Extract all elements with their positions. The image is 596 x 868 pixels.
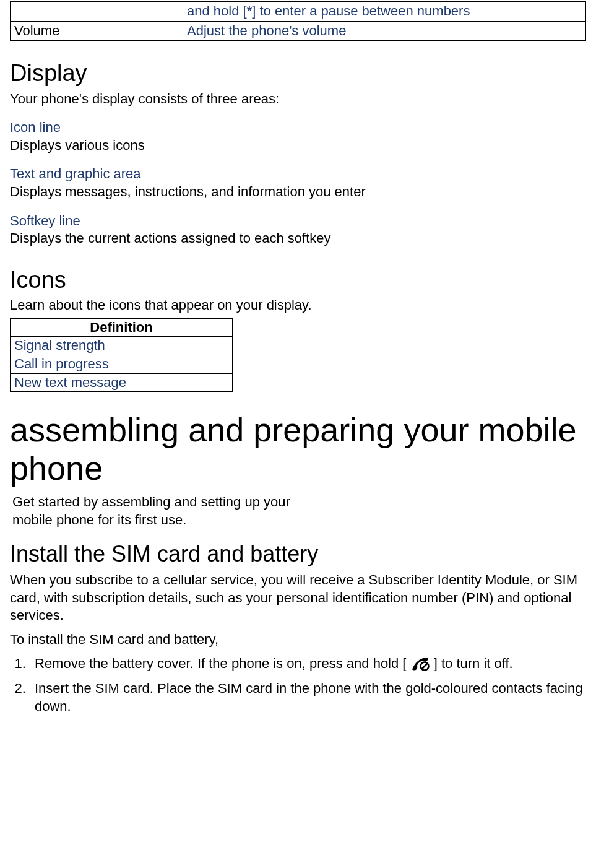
- install-steps: Remove the battery cover. If the phone i…: [30, 655, 586, 716]
- step-text-pre: Remove the battery cover. If the phone i…: [35, 656, 406, 671]
- end-call-icon: [410, 656, 430, 677]
- chapter-intro: Get started by assembling and setting up…: [12, 493, 303, 529]
- display-lead: Your phone's display consists of three a…: [10, 90, 586, 108]
- list-item: Insert the SIM card. Place the SIM card …: [30, 680, 586, 715]
- area-body: Displays messages, instructions, and inf…: [10, 183, 586, 201]
- install-heading: Install the SIM card and battery: [10, 540, 586, 569]
- chapter-title: assembling and preparing your mobile pho…: [10, 410, 586, 487]
- table-row: and hold [*] to enter a pause between nu…: [11, 2, 586, 22]
- area-body: Displays various icons: [10, 137, 586, 155]
- display-heading: Display: [10, 58, 586, 89]
- icons-lead: Learn about the icons that appear on you…: [10, 297, 586, 315]
- definition-cell: New text message: [11, 373, 233, 392]
- key-desc-cell: and hold [*] to enter a pause between nu…: [183, 2, 586, 22]
- definition-cell: Call in progress: [11, 355, 233, 373]
- key-desc-cell: Adjust the phone's volume: [183, 21, 586, 41]
- area-title: Softkey line: [10, 212, 586, 230]
- step-text: Insert the SIM card. Place the SIM card …: [35, 680, 582, 714]
- definition-header: Definition: [11, 318, 233, 337]
- table-row: Volume Adjust the phone's volume: [11, 21, 586, 41]
- svg-line-1: [421, 663, 427, 669]
- keys-table: and hold [*] to enter a pause between nu…: [10, 1, 586, 41]
- definition-cell: Signal strength: [11, 337, 233, 355]
- step-text-post: ] to turn it off.: [434, 656, 513, 671]
- icons-heading: Icons: [10, 265, 586, 295]
- install-paragraph: When you subscribe to a cellular service…: [10, 571, 586, 625]
- key-name-cell: [11, 2, 183, 22]
- area-body: Displays the current actions assigned to…: [10, 230, 586, 248]
- area-title: Text and graphic area: [10, 165, 586, 183]
- definitions-table: Definition Signal strength Call in progr…: [10, 318, 233, 392]
- area-title: Icon line: [10, 119, 586, 137]
- list-item: Remove the battery cover. If the phone i…: [30, 655, 586, 677]
- key-name-cell: Volume: [11, 21, 183, 41]
- install-paragraph: To install the SIM card and battery,: [10, 631, 586, 649]
